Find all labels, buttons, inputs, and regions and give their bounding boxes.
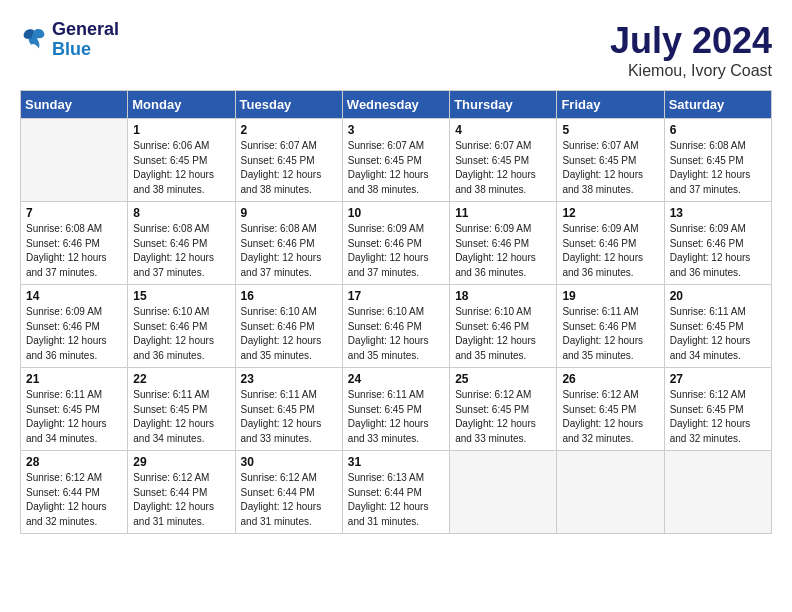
calendar-cell: 16 Sunrise: 6:10 AM Sunset: 6:46 PM Dayl… [235,285,342,368]
day-info: Sunrise: 6:07 AM Sunset: 6:45 PM Dayligh… [455,139,551,197]
calendar-cell: 21 Sunrise: 6:11 AM Sunset: 6:45 PM Dayl… [21,368,128,451]
day-info: Sunrise: 6:11 AM Sunset: 6:45 PM Dayligh… [133,388,229,446]
day-info: Sunrise: 6:12 AM Sunset: 6:45 PM Dayligh… [562,388,658,446]
week-row-2: 7 Sunrise: 6:08 AM Sunset: 6:46 PM Dayli… [21,202,772,285]
day-info: Sunrise: 6:10 AM Sunset: 6:46 PM Dayligh… [348,305,444,363]
title-area: July 2024 Kiemou, Ivory Coast [610,20,772,80]
day-info: Sunrise: 6:09 AM Sunset: 6:46 PM Dayligh… [670,222,766,280]
day-number: 25 [455,372,551,386]
day-number: 17 [348,289,444,303]
day-number: 29 [133,455,229,469]
day-number: 3 [348,123,444,137]
weekday-friday: Friday [557,91,664,119]
calendar-cell: 12 Sunrise: 6:09 AM Sunset: 6:46 PM Dayl… [557,202,664,285]
month-title: July 2024 [610,20,772,62]
calendar-cell: 6 Sunrise: 6:08 AM Sunset: 6:45 PM Dayli… [664,119,771,202]
day-info: Sunrise: 6:11 AM Sunset: 6:45 PM Dayligh… [348,388,444,446]
calendar-cell: 30 Sunrise: 6:12 AM Sunset: 6:44 PM Dayl… [235,451,342,534]
day-info: Sunrise: 6:12 AM Sunset: 6:44 PM Dayligh… [241,471,337,529]
calendar-cell: 28 Sunrise: 6:12 AM Sunset: 6:44 PM Dayl… [21,451,128,534]
day-info: Sunrise: 6:07 AM Sunset: 6:45 PM Dayligh… [562,139,658,197]
calendar-cell: 11 Sunrise: 6:09 AM Sunset: 6:46 PM Dayl… [450,202,557,285]
location-title: Kiemou, Ivory Coast [610,62,772,80]
day-info: Sunrise: 6:08 AM Sunset: 6:46 PM Dayligh… [241,222,337,280]
day-info: Sunrise: 6:11 AM Sunset: 6:45 PM Dayligh… [670,305,766,363]
calendar-cell: 22 Sunrise: 6:11 AM Sunset: 6:45 PM Dayl… [128,368,235,451]
day-number: 23 [241,372,337,386]
calendar-cell: 5 Sunrise: 6:07 AM Sunset: 6:45 PM Dayli… [557,119,664,202]
day-info: Sunrise: 6:07 AM Sunset: 6:45 PM Dayligh… [348,139,444,197]
week-row-3: 14 Sunrise: 6:09 AM Sunset: 6:46 PM Dayl… [21,285,772,368]
calendar-cell: 3 Sunrise: 6:07 AM Sunset: 6:45 PM Dayli… [342,119,449,202]
calendar-cell: 9 Sunrise: 6:08 AM Sunset: 6:46 PM Dayli… [235,202,342,285]
calendar-cell [557,451,664,534]
logo: General Blue [20,20,119,60]
day-info: Sunrise: 6:09 AM Sunset: 6:46 PM Dayligh… [562,222,658,280]
day-number: 15 [133,289,229,303]
day-number: 4 [455,123,551,137]
calendar-cell [664,451,771,534]
calendar-cell: 10 Sunrise: 6:09 AM Sunset: 6:46 PM Dayl… [342,202,449,285]
calendar-cell: 2 Sunrise: 6:07 AM Sunset: 6:45 PM Dayli… [235,119,342,202]
day-number: 7 [26,206,122,220]
day-number: 2 [241,123,337,137]
day-info: Sunrise: 6:11 AM Sunset: 6:45 PM Dayligh… [241,388,337,446]
calendar-cell [21,119,128,202]
day-info: Sunrise: 6:10 AM Sunset: 6:46 PM Dayligh… [455,305,551,363]
weekday-wednesday: Wednesday [342,91,449,119]
day-info: Sunrise: 6:08 AM Sunset: 6:46 PM Dayligh… [133,222,229,280]
day-info: Sunrise: 6:13 AM Sunset: 6:44 PM Dayligh… [348,471,444,529]
day-number: 1 [133,123,229,137]
calendar-cell: 1 Sunrise: 6:06 AM Sunset: 6:45 PM Dayli… [128,119,235,202]
day-number: 5 [562,123,658,137]
day-number: 30 [241,455,337,469]
day-info: Sunrise: 6:08 AM Sunset: 6:46 PM Dayligh… [26,222,122,280]
calendar-cell [450,451,557,534]
calendar-cell: 20 Sunrise: 6:11 AM Sunset: 6:45 PM Dayl… [664,285,771,368]
day-number: 31 [348,455,444,469]
day-number: 9 [241,206,337,220]
day-number: 21 [26,372,122,386]
day-info: Sunrise: 6:12 AM Sunset: 6:45 PM Dayligh… [455,388,551,446]
weekday-monday: Monday [128,91,235,119]
calendar-cell: 17 Sunrise: 6:10 AM Sunset: 6:46 PM Dayl… [342,285,449,368]
weekday-header-row: SundayMondayTuesdayWednesdayThursdayFrid… [21,91,772,119]
calendar-cell: 7 Sunrise: 6:08 AM Sunset: 6:46 PM Dayli… [21,202,128,285]
logo-line2: Blue [52,40,119,60]
calendar-cell: 26 Sunrise: 6:12 AM Sunset: 6:45 PM Dayl… [557,368,664,451]
day-number: 13 [670,206,766,220]
day-number: 11 [455,206,551,220]
day-info: Sunrise: 6:09 AM Sunset: 6:46 PM Dayligh… [26,305,122,363]
calendar-cell: 14 Sunrise: 6:09 AM Sunset: 6:46 PM Dayl… [21,285,128,368]
day-info: Sunrise: 6:12 AM Sunset: 6:45 PM Dayligh… [670,388,766,446]
day-number: 14 [26,289,122,303]
calendar-cell: 15 Sunrise: 6:10 AM Sunset: 6:46 PM Dayl… [128,285,235,368]
calendar-cell: 24 Sunrise: 6:11 AM Sunset: 6:45 PM Dayl… [342,368,449,451]
calendar-cell: 25 Sunrise: 6:12 AM Sunset: 6:45 PM Dayl… [450,368,557,451]
weekday-thursday: Thursday [450,91,557,119]
day-info: Sunrise: 6:11 AM Sunset: 6:46 PM Dayligh… [562,305,658,363]
week-row-1: 1 Sunrise: 6:06 AM Sunset: 6:45 PM Dayli… [21,119,772,202]
day-number: 20 [670,289,766,303]
day-info: Sunrise: 6:09 AM Sunset: 6:46 PM Dayligh… [455,222,551,280]
calendar-cell: 27 Sunrise: 6:12 AM Sunset: 6:45 PM Dayl… [664,368,771,451]
day-number: 16 [241,289,337,303]
day-info: Sunrise: 6:12 AM Sunset: 6:44 PM Dayligh… [26,471,122,529]
day-info: Sunrise: 6:10 AM Sunset: 6:46 PM Dayligh… [133,305,229,363]
calendar-cell: 19 Sunrise: 6:11 AM Sunset: 6:46 PM Dayl… [557,285,664,368]
calendar-cell: 8 Sunrise: 6:08 AM Sunset: 6:46 PM Dayli… [128,202,235,285]
day-info: Sunrise: 6:10 AM Sunset: 6:46 PM Dayligh… [241,305,337,363]
weekday-saturday: Saturday [664,91,771,119]
calendar-cell: 18 Sunrise: 6:10 AM Sunset: 6:46 PM Dayl… [450,285,557,368]
calendar-cell: 13 Sunrise: 6:09 AM Sunset: 6:46 PM Dayl… [664,202,771,285]
day-number: 28 [26,455,122,469]
calendar-cell: 31 Sunrise: 6:13 AM Sunset: 6:44 PM Dayl… [342,451,449,534]
day-number: 26 [562,372,658,386]
day-number: 18 [455,289,551,303]
day-info: Sunrise: 6:06 AM Sunset: 6:45 PM Dayligh… [133,139,229,197]
calendar-table: SundayMondayTuesdayWednesdayThursdayFrid… [20,90,772,534]
day-number: 10 [348,206,444,220]
day-number: 12 [562,206,658,220]
calendar-cell: 4 Sunrise: 6:07 AM Sunset: 6:45 PM Dayli… [450,119,557,202]
day-number: 6 [670,123,766,137]
